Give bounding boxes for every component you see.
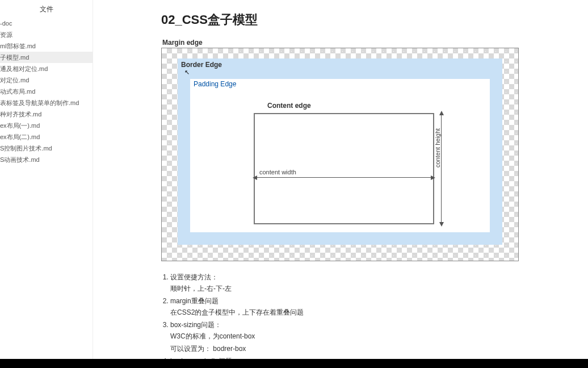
file-sidebar: 文件 -doc资源ml部标签.md子模型.md通及相对定位.md对定位.md动式… [0,0,93,368]
notes-section: 设置便捷方法：顺时针，上-右-下-左margin重叠问题在CSS2的盒子模型中，… [161,271,565,367]
file-item[interactable]: 资源 [0,29,93,40]
file-item[interactable]: S动画技术.md [0,154,93,165]
note-sub: 可以设置为： bodrer-box [170,343,565,354]
file-item[interactable]: 对定位.md [0,74,93,86]
app-root: 文件 -doc资源ml部标签.md子模型.md通及相对定位.md对定位.md动式… [0,0,588,368]
content-height-label: content height [434,127,441,169]
file-item[interactable]: S控制图片技术.md [0,143,93,154]
note-head: margin重叠问题 [170,295,565,307]
file-item[interactable]: ex布局(二).md [0,131,93,143]
page-title: 02_CSS盒子模型 [161,11,565,28]
note-head: 设置便捷方法： [170,271,565,283]
content-width-label: content width [258,169,297,175]
margin-area: Border Edge ↖ Padding Edge Content edge … [161,48,519,261]
margin-edge-label: Margin edge [162,39,565,47]
file-item[interactable]: 种对齐技术.md [0,108,93,120]
bottom-bar [0,359,588,368]
notes-list: 设置便捷方法：顺时针，上-右-下-左margin重叠问题在CSS2的盒子模型中，… [161,271,565,367]
file-list: -doc资源ml部标签.md子模型.md通及相对定位.md对定位.md动式布局.… [0,18,93,165]
file-item[interactable]: ml部标签.md [0,40,93,52]
file-item[interactable]: 子模型.md [0,52,93,63]
file-item[interactable]: -doc [0,18,93,29]
file-item[interactable]: 动式布局.md [0,86,93,97]
border-area: Border Edge ↖ Padding Edge Content edge … [178,58,502,245]
content-box: content width [254,113,434,224]
box-model-diagram: Margin edge Border Edge ↖ Padding Edge C… [161,39,565,261]
note-sub: W3C的标准，为content-box [170,331,565,342]
file-item[interactable]: ex布局(一).md [0,120,93,131]
note-sub: 在CSS2的盒子模型中，上下存在着重叠问题 [170,307,565,318]
main-content[interactable]: 02_CSS盒子模型 Margin edge Border Edge ↖ Pad… [93,0,588,368]
note-sub: 顺时针，上-右-下-左 [170,283,565,294]
content-zone: Content edge content width content heigh… [254,102,480,224]
content-edge-label: Content edge [267,102,311,110]
note-item: margin重叠问题在CSS2的盒子模型中，上下存在着重叠问题 [170,295,565,318]
note-head: box-sizing问题： [170,319,565,331]
padding-edge-label: Padding Edge [194,80,236,88]
note-item: box-sizing问题：W3C的标准，为content-box可以设置为： b… [170,319,565,354]
file-item[interactable]: 通及相对定位.md [0,63,93,74]
file-item[interactable]: 表标签及导航菜单的制作.md [0,97,93,108]
padding-area: Padding Edge Content edge content width [190,79,490,232]
note-item: 设置便捷方法：顺时针，上-右-下-左 [170,271,565,294]
sidebar-header: 文件 [0,0,93,18]
cursor-icon: ↖ [184,69,190,76]
border-edge-label: Border Edge [181,61,222,69]
